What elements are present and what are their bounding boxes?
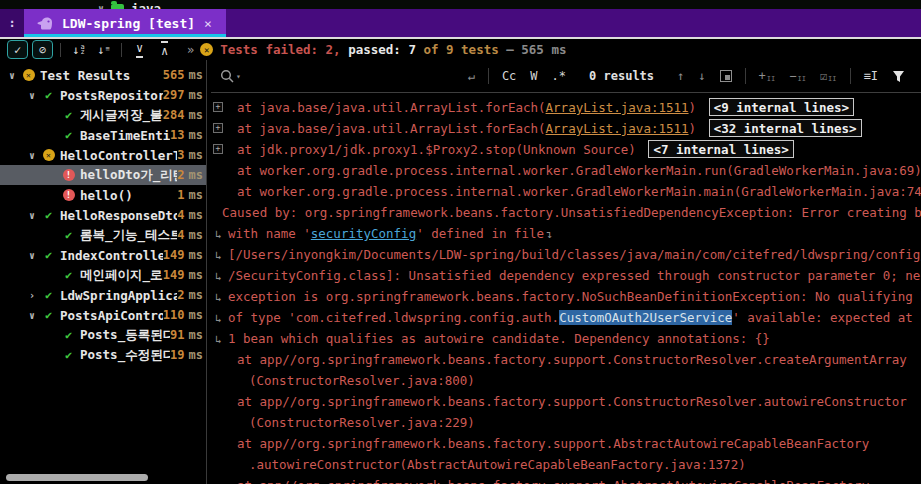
test-name: HelloResponseDtoTes	[60, 208, 177, 223]
highlighted-text: CustomOAuth2UserService	[559, 310, 732, 325]
test-tree-row[interactable]: ✔Posts_등록된다(91ms	[0, 325, 206, 345]
newline-icon[interactable]: ↵	[468, 69, 475, 83]
trace-text: at app//org.springframework.beans.factor…	[237, 478, 869, 484]
test-tree-row[interactable]: ✔롬복_기능_테스트4ms	[0, 225, 206, 245]
test-name: PostsRepositoryTe	[60, 88, 163, 103]
tab-ldw-spring-test[interactable]: LDW-spring [test] ×	[24, 9, 226, 37]
test-tree-row[interactable]: ✔게시글저장_불러284ms	[0, 105, 206, 125]
file-link[interactable]: ArrayList.java:1511	[546, 121, 689, 136]
chevron-down-icon[interactable]: ∨	[24, 90, 40, 101]
test-tree-row[interactable]: ✔BaseTimeEntity_13ms	[0, 125, 206, 145]
test-duration: 565ms	[163, 68, 203, 82]
test-tree-row[interactable]: !hello()1ms	[0, 185, 206, 205]
prev-occurrence-button[interactable]: ↑	[677, 69, 684, 83]
chevron-down-icon[interactable]: ∨	[24, 150, 40, 161]
test-duration: 3ms	[177, 148, 203, 162]
console-line: ↳of type 'com.citefred.ldwspring.config.…	[211, 307, 921, 328]
filter-icon[interactable]	[892, 70, 905, 83]
search-divider	[745, 68, 746, 84]
glyph: ↓	[72, 43, 79, 57]
chevron-down-icon[interactable]: ∨	[4, 70, 20, 81]
test-tree-row[interactable]: ✔메인페이지_로딩149ms	[0, 265, 206, 285]
test-tree-row[interactable]: ∨✔HelloResponseDtoTes4ms	[0, 205, 206, 225]
console-line: .autowireConstructor(AbstractAutowireCap…	[211, 454, 921, 475]
test-tree-row[interactable]: ∨✔IndexControllerTe149ms	[0, 245, 206, 265]
show-passed-icon[interactable]: ✓	[7, 40, 28, 59]
magnifier-icon[interactable]: ▾	[220, 69, 241, 83]
words-button[interactable]: W	[530, 69, 537, 83]
fold-expand-icon[interactable]: +	[213, 123, 223, 133]
glyph: ∨	[136, 41, 143, 58]
tree-rows: ∨✕Test Results565ms∨✔PostsRepositoryTe29…	[0, 65, 206, 365]
trace-text: at java.base/java.util.ArrayList.forEach…	[237, 121, 546, 136]
file-link[interactable]: ArrayList.java:1511	[546, 100, 689, 115]
trace-text: at jdk.proxy1/jdk.proxy1.$Proxy2.stop(Un…	[237, 142, 643, 157]
test-toolbar: ✓⊘↓az↓≡∨∧ » ✕ Tests failed: 2, passed: 7…	[0, 39, 921, 60]
test-tree-row[interactable]: ∨✔PostsRepositoryTe297ms	[0, 85, 206, 105]
test-tree-row[interactable]: !helloDto가_리턴(2ms	[0, 165, 206, 185]
trace-text: [/Users/inyongkim/Documents/LDW-spring/b…	[228, 247, 921, 262]
sort-alphabetically-icon[interactable]: ↓az	[68, 40, 89, 59]
glyph: ↓	[97, 43, 104, 57]
test-tree-row[interactable]: ∨✕Test Results565ms	[0, 65, 206, 85]
console-line: (ConstructorResolver.java:229)	[211, 412, 921, 433]
horizontal-scrollbar[interactable]	[6, 474, 148, 481]
pass-status-icon: ✔	[60, 328, 77, 342]
pass-status-icon: ✔	[40, 288, 57, 302]
console-line: at worker.org.gradle.process.internal.wo…	[211, 160, 921, 181]
test-name: Test Results	[40, 68, 163, 83]
soft-wrap-icon: ↴	[546, 228, 553, 241]
test-name: IndexControllerTe	[60, 248, 163, 263]
show-ignored-icon[interactable]: ⊘	[32, 40, 53, 59]
error-status-icon: !	[60, 189, 77, 201]
toolbar-divider	[121, 43, 122, 57]
pass-status-icon: ✔	[60, 228, 77, 242]
tool-window-handle[interactable]: :	[0, 9, 24, 37]
status-segment: of 9 tests	[416, 42, 499, 57]
test-tree-row[interactable]: ✔Posts_수정된다(19ms	[0, 345, 206, 365]
match-case-button[interactable]: Cc	[502, 69, 516, 83]
fold-expand-icon[interactable]: +	[213, 144, 223, 154]
chevron-down-icon[interactable]: ∨	[24, 310, 40, 321]
console-line: Caused by: org.springframework.beans.fac…	[211, 202, 921, 223]
add-occurrence-button[interactable]: +II	[759, 69, 776, 83]
console-line: ↳[/Users/inyongkim/Documents/LDW-spring/…	[211, 244, 921, 265]
status-segment: – 565 ms	[499, 42, 567, 57]
chevron-down-icon[interactable]: ∨	[24, 250, 40, 261]
trace-text: )	[689, 121, 704, 136]
test-duration: 91ms	[170, 328, 203, 342]
chevron-right-icon[interactable]: ›	[24, 290, 40, 301]
test-name: Posts_수정된다(	[80, 347, 170, 364]
remove-occurrence-button[interactable]: −II	[789, 69, 806, 83]
collapse-all-icon[interactable]: ∧	[154, 40, 175, 59]
folded-lines-badge[interactable]: <7 internal lines>	[648, 140, 793, 158]
fold-expand-icon[interactable]: +	[213, 102, 223, 112]
console-line: ↳exception is org.springframework.beans.…	[211, 286, 921, 307]
test-tree-row[interactable]: ›✔LdwSpringApplicatio2ms	[0, 285, 206, 305]
trace-text: at app//org.springframework.beans.factor…	[237, 352, 907, 367]
test-name: helloDto가_리턴(	[80, 167, 177, 184]
chevron-down-icon[interactable]: ∨	[24, 210, 40, 221]
select-all-occurrences-button[interactable]: ☑II	[820, 69, 837, 83]
bean-link[interactable]: securityConfig	[311, 226, 416, 241]
search-input[interactable]	[247, 66, 461, 86]
test-tree-row[interactable]: ∨✔PostsApiControlle110ms	[0, 305, 206, 325]
console-line: at app//org.springframework.beans.factor…	[211, 349, 921, 370]
test-duration: 110ms	[163, 308, 203, 322]
multiline-toggle-button[interactable]: ≡I	[864, 69, 878, 83]
folded-lines-badge[interactable]: <32 internal lines>	[709, 119, 862, 137]
next-occurrence-button[interactable]: ↓	[698, 69, 705, 83]
trace-text: of type 'com.citefred.ldwspring.config.a…	[228, 310, 559, 325]
folded-lines-badge[interactable]: <9 internal lines>	[709, 98, 854, 116]
glyph: ⊘	[39, 43, 46, 57]
test-tree-row[interactable]: ∨✕HelloControllerTest3ms	[0, 145, 206, 165]
soft-wrap-icon: ↳	[215, 266, 228, 287]
more-actions-button[interactable]: »	[187, 43, 194, 57]
regex-button[interactable]: .*	[552, 69, 566, 83]
trace-text: (ConstructorResolver.java:229)	[249, 415, 475, 430]
close-icon[interactable]: ×	[203, 17, 213, 30]
sort-by-duration-icon[interactable]: ↓≡	[93, 40, 114, 59]
pass-status-icon: ✔	[60, 108, 77, 122]
expand-all-icon[interactable]: ∨	[129, 40, 150, 59]
find-in-selection-icon[interactable]	[720, 70, 732, 82]
